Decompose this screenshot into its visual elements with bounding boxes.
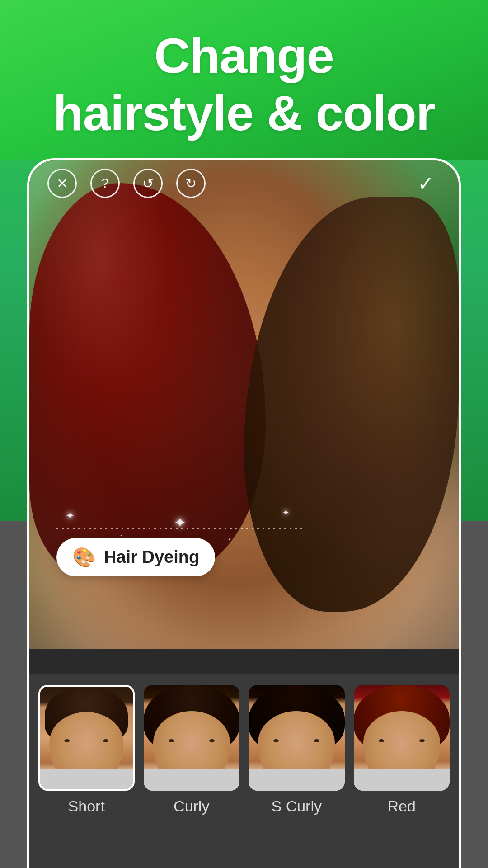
check-icon: ✓ [418, 172, 434, 195]
close-icon: ✕ [56, 175, 68, 191]
style-item-curly[interactable]: Curly [144, 685, 240, 815]
thumb-shirt-curly [144, 769, 240, 791]
thumb-eye-right [103, 739, 108, 742]
thumb-shirt-red [354, 769, 450, 791]
help-button[interactable]: ? [90, 169, 120, 198]
sparkle-1: ✦ [66, 509, 75, 522]
thumb-eyes-short [64, 739, 108, 742]
style-item-short[interactable]: Short [38, 685, 135, 815]
badge-label: Hair Dyeing [104, 547, 199, 567]
thumb-shirt-scurly [249, 769, 345, 791]
style-label-red: Red [388, 797, 416, 815]
toolbar-left: ✕ ? ↺ ↻ [47, 169, 206, 198]
style-label-scurly: S Curly [272, 797, 322, 815]
style-thumb-curly [144, 685, 240, 791]
header-section: Change hairstyle & color [0, 0, 488, 160]
thumb-eye-left-curly [169, 739, 174, 742]
toolbar: ✕ ? ↺ ↻ ✓ [29, 160, 459, 206]
confirm-button[interactable]: ✓ [411, 169, 441, 198]
redo-button[interactable]: ↻ [176, 169, 206, 198]
style-thumb-short [38, 685, 135, 791]
thumb-eyes-curly [169, 739, 215, 742]
thumb-shirt-short [40, 769, 133, 789]
thumb-eye-right-scurly [314, 739, 319, 742]
title-line2: hairstyle & color [53, 85, 435, 141]
thumb-eyes-red [379, 739, 425, 742]
undo-button[interactable]: ↺ [133, 169, 163, 198]
thumb-eyes-scurly [273, 739, 319, 742]
redo-icon: ↻ [185, 175, 197, 191]
style-label-curly: Curly [174, 797, 209, 815]
style-thumb-scurly [249, 685, 345, 791]
close-button[interactable]: ✕ [47, 169, 77, 198]
style-item-red[interactable]: Red [354, 685, 450, 815]
sparkle-5: ✦ [282, 508, 289, 518]
sparkle-3: ✦ [174, 514, 186, 531]
title-line1: Change [154, 28, 333, 83]
thumb-eye-right-curly [209, 739, 215, 742]
help-icon: ? [101, 175, 109, 191]
style-thumb-red [354, 685, 450, 791]
photo-area: ✦ · ✦ · ✦ ✕ ? ↺ ↻ ✓ [29, 160, 459, 649]
page-title: Change hairstyle & color [18, 27, 470, 142]
phone-frame: ✦ · ✦ · ✦ ✕ ? ↺ ↻ ✓ [27, 158, 461, 868]
hairstyle-panel: Short Curly [29, 674, 459, 868]
thumb-eye-left-scurly [273, 739, 279, 742]
thumb-eye-left-red [379, 739, 384, 742]
undo-icon: ↺ [142, 175, 154, 191]
style-label-short: Short [68, 797, 105, 815]
palette-icon: 🎨 [72, 546, 96, 568]
thumb-eye-left [64, 739, 70, 742]
sparkle-4: · [228, 533, 231, 545]
style-item-scurly[interactable]: S Curly [249, 685, 345, 815]
hair-dyeing-badge[interactable]: 🎨 Hair Dyeing [56, 538, 215, 576]
thumb-eye-right-red [419, 739, 425, 742]
